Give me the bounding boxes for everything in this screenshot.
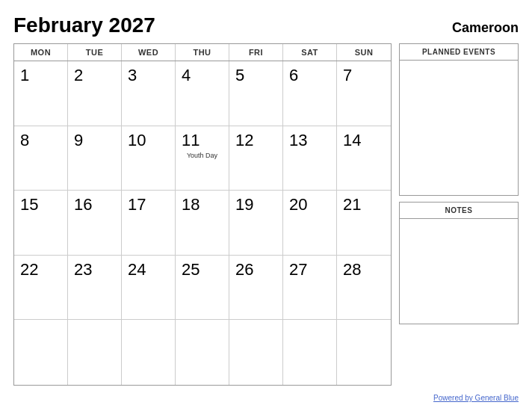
day-number: 23 (74, 260, 115, 279)
day-number: 15 (20, 195, 61, 214)
calendar-page: February 2027 Cameroon MONTUEWEDTHUFRISA… (0, 0, 532, 411)
day-number: 10 (128, 131, 169, 150)
day-header: WED (122, 44, 176, 61)
day-header: SUN (337, 44, 391, 61)
day-cell: 15 (14, 191, 68, 256)
day-number: 20 (289, 195, 330, 214)
day-number: 22 (20, 260, 61, 279)
day-number: 18 (182, 195, 223, 214)
day-number: 8 (20, 131, 61, 150)
day-number: 11 (182, 131, 223, 150)
day-number: 7 (343, 66, 385, 85)
sidebar: PLANNED EVENTS NOTES (399, 43, 519, 386)
day-cell: 11Youth Day (176, 126, 229, 191)
day-cell (14, 320, 68, 385)
day-number: 28 (343, 260, 385, 279)
month-title: February 2027 (13, 13, 155, 37)
day-number: 14 (343, 131, 385, 150)
day-cell: 13 (283, 126, 337, 191)
calendar-header: February 2027 Cameroon (13, 13, 519, 37)
day-cell: 24 (122, 256, 176, 321)
day-number: 2 (74, 66, 115, 85)
day-cell: 22 (14, 256, 68, 321)
day-cell: 1 (14, 61, 68, 126)
calendar-grid: 1234567891011Youth Day121314151617181920… (14, 61, 391, 385)
day-cell: 25 (176, 256, 229, 321)
day-cell: 7 (337, 61, 391, 126)
day-number: 3 (128, 66, 169, 85)
country-title: Cameroon (452, 20, 519, 36)
day-number: 1 (20, 66, 61, 85)
day-header: FRI (229, 44, 283, 61)
day-cell: 6 (283, 61, 337, 126)
day-cell: 3 (122, 61, 176, 126)
day-headers-row: MONTUEWEDTHUFRISATSUN (14, 44, 391, 61)
powered-by-link[interactable]: Powered by General Blue (433, 394, 519, 402)
day-cell (337, 320, 391, 385)
day-header: SAT (283, 44, 337, 61)
day-cell: 17 (122, 191, 176, 256)
day-cell (283, 320, 337, 385)
day-cell: 4 (176, 61, 229, 126)
day-cell: 5 (229, 61, 283, 126)
day-number: 16 (74, 195, 115, 214)
day-number: 5 (235, 66, 276, 85)
planned-events-box: PLANNED EVENTS (399, 43, 519, 196)
notes-body (400, 219, 518, 324)
day-number: 12 (235, 131, 276, 150)
day-number: 21 (343, 195, 385, 214)
main-content: MONTUEWEDTHUFRISATSUN 1234567891011Youth… (13, 43, 519, 386)
day-cell: 21 (337, 191, 391, 256)
day-cell: 2 (68, 61, 122, 126)
day-cell: 10 (122, 126, 176, 191)
day-cell: 8 (14, 126, 68, 191)
planned-events-body (400, 61, 518, 195)
day-number: 27 (289, 260, 330, 279)
day-header: TUE (68, 44, 122, 61)
day-number: 26 (235, 260, 276, 279)
day-cell: 26 (229, 256, 283, 321)
notes-box: NOTES (399, 202, 519, 324)
day-cell (176, 320, 229, 385)
day-number: 9 (74, 131, 115, 150)
day-cell: 18 (176, 191, 229, 256)
day-cell: 16 (68, 191, 122, 256)
day-cell (122, 320, 176, 385)
day-cell (68, 320, 122, 385)
day-header: MON (14, 44, 68, 61)
day-cell: 19 (229, 191, 283, 256)
day-number: 25 (182, 260, 223, 279)
day-number: 4 (182, 66, 223, 85)
day-cell: 20 (283, 191, 337, 256)
day-cell: 12 (229, 126, 283, 191)
notes-header: NOTES (400, 203, 518, 219)
day-number: 24 (128, 260, 169, 279)
day-cell: 9 (68, 126, 122, 191)
day-number: 17 (128, 195, 169, 214)
day-number: 6 (289, 66, 330, 85)
day-cell: 23 (68, 256, 122, 321)
day-cell (229, 320, 283, 385)
planned-events-header: PLANNED EVENTS (400, 44, 518, 61)
day-number: 19 (235, 195, 276, 214)
holiday-label: Youth Day (182, 152, 223, 159)
day-cell: 14 (337, 126, 391, 191)
day-cell: 28 (337, 256, 391, 321)
day-number: 13 (289, 131, 330, 150)
calendar-section: MONTUEWEDTHUFRISATSUN 1234567891011Youth… (13, 43, 392, 386)
day-cell: 27 (283, 256, 337, 321)
day-header: THU (176, 44, 229, 61)
footer: Powered by General Blue (13, 390, 519, 404)
